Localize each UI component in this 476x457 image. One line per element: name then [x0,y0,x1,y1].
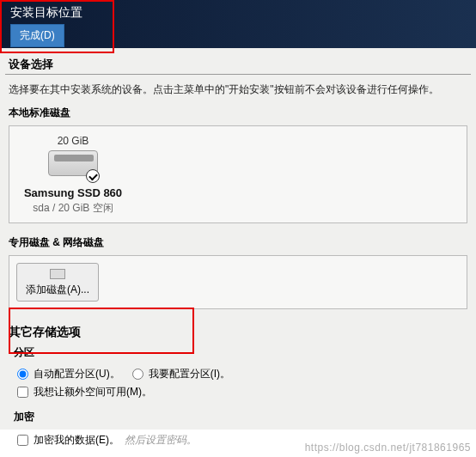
local-disks-label: 本地标准磁盘 [5,106,471,125]
extra-space-row: 我想让额外空间可用(M)。 [5,383,471,401]
auto-partition-label: 自动配置分区(U)。 [34,367,120,381]
add-disk-label: 添加磁盘(A)... [26,283,89,297]
content-area: 设备选择 选择要在其中安装系统的设备。点击主菜单中的"开始安装"按钮前不会对该设… [0,48,476,430]
extra-space-checkbox[interactable] [17,387,28,398]
watermark-text: https://blog.csdn.net/jt781861965 [305,442,471,454]
auto-partition-radio[interactable] [17,369,28,380]
add-disk-button[interactable]: 添加磁盘(A)... [16,263,99,302]
encrypt-checkbox[interactable] [17,435,28,446]
encrypt-hint: 然后设置密码。 [125,433,197,448]
network-disks-label: 专用磁盘 & 网络磁盘 [5,235,471,255]
manual-partition-label: 我要配置分区(I)。 [149,367,230,381]
encrypt-group-label: 加密 [5,401,471,430]
hard-drive-icon [48,150,98,181]
manual-partition-option[interactable]: 我要配置分区(I)。 [132,367,230,381]
disk-name: Samsung SSD 860 [21,186,125,199]
done-button[interactable]: 完成(D) [10,24,64,47]
network-disk-panel: 添加磁盘(A)... [9,255,467,309]
disk-sublabel: sda / 20 GiB 空闲 [21,201,125,216]
device-section-title: 设备选择 [5,48,471,75]
disk-size: 20 GiB [21,135,125,147]
auto-partition-option[interactable]: 自动配置分区(U)。 [17,367,120,381]
extra-space-option[interactable]: 我想让额外空间可用(M)。 [17,385,152,399]
manual-partition-radio[interactable] [132,369,143,380]
partition-radio-row: 自动配置分区(U)。 我要配置分区(I)。 [5,365,471,383]
device-hint: 选择要在其中安装系统的设备。点击主菜单中的"开始安装"按钮前不会对该设备进行任何… [5,75,471,106]
page-title: 安装目标位置 [10,5,466,21]
disk-item[interactable]: 20 GiB Samsung SSD 860 sda / 20 GiB 空闲 [21,135,125,216]
partition-group-label: 分区 [5,345,471,365]
extra-space-label: 我想让额外空间可用(M)。 [34,385,152,399]
header-bar: 安装目标位置 完成(D) [0,0,476,48]
local-disk-panel: 20 GiB Samsung SSD 860 sda / 20 GiB 空闲 [9,125,467,223]
encrypt-label: 加密我的数据(E)。 [34,433,119,448]
other-storage-title: 其它存储选项 [5,321,471,345]
add-disk-icon [50,269,65,279]
